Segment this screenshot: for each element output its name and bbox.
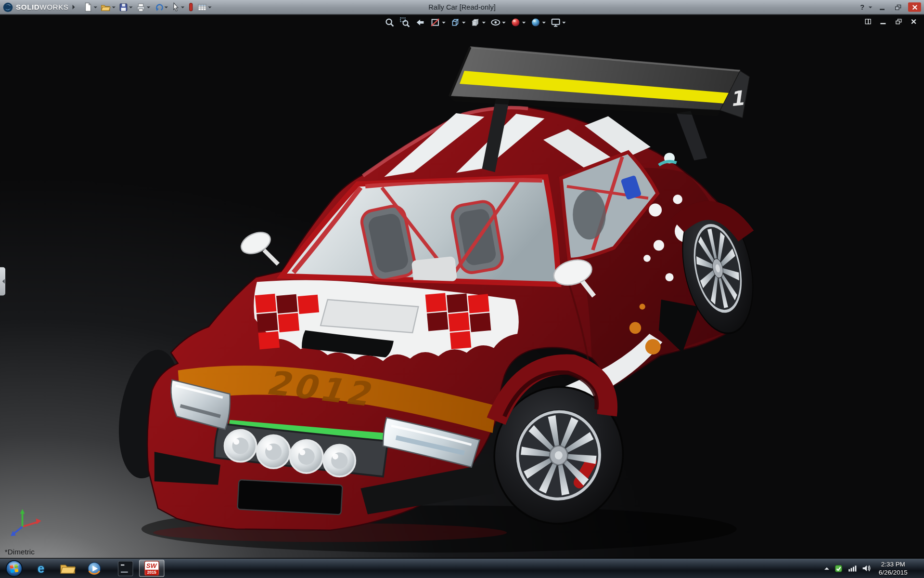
- titlebar: SOLIDWORKS: [0, 0, 924, 15]
- rally-car-model[interactable]: 2012: [0, 15, 924, 559]
- dropdown-caret[interactable]: [129, 6, 133, 10]
- new-document-icon: [84, 2, 92, 12]
- close-document-button[interactable]: [909, 18, 918, 26]
- dropdown-caret[interactable]: [208, 6, 212, 10]
- design-table-button[interactable]: [196, 1, 214, 13]
- section-view-button[interactable]: [429, 16, 447, 28]
- view-orientation-button[interactable]: [449, 16, 467, 28]
- minimize-icon: [880, 9, 885, 10]
- taskbar-windows-explorer[interactable]: [55, 560, 80, 577]
- zoom-to-area-button[interactable]: [398, 16, 411, 28]
- brand-expand-icon[interactable]: [73, 5, 77, 10]
- network-icon[interactable]: [848, 565, 857, 572]
- system-tray: 2:33 PM 6/26/2015: [821, 559, 924, 578]
- undo-button[interactable]: [152, 1, 170, 13]
- close-icon: [912, 4, 917, 10]
- tile-icon: [865, 19, 871, 24]
- reference-triad: [7, 505, 44, 542]
- dropdown-caret[interactable]: [542, 22, 546, 25]
- clock-date: 6/26/2015: [879, 568, 908, 577]
- edit-appearance-button[interactable]: [509, 16, 527, 28]
- save-floppy-icon: [119, 3, 128, 12]
- sw-version-badge: 2015: [145, 570, 158, 575]
- command-prompt-icon: [117, 561, 133, 576]
- restore-button[interactable]: [892, 3, 904, 12]
- taskbar-internet-explorer[interactable]: e: [28, 560, 54, 577]
- open-document-button[interactable]: [99, 1, 117, 13]
- previous-view-icon: [415, 17, 425, 28]
- media-player-icon: [87, 561, 101, 575]
- minimize-button[interactable]: [876, 3, 888, 12]
- sw-glyph: SW: [146, 562, 157, 569]
- internet-explorer-icon: e: [38, 561, 44, 575]
- view-settings-button[interactable]: [549, 16, 567, 28]
- xyz-triad-icon: [7, 505, 44, 539]
- select-button[interactable]: [170, 1, 186, 13]
- close-icon: [911, 19, 916, 24]
- display-style-button[interactable]: [469, 16, 487, 28]
- windows-start-icon: [5, 559, 23, 577]
- select-cursor-icon: [172, 2, 180, 12]
- start-button[interactable]: [0, 559, 28, 578]
- solidworks-resources-button[interactable]: [186, 1, 196, 13]
- dropdown-caret[interactable]: [502, 22, 505, 25]
- taskbar-spacer: [107, 559, 112, 578]
- section-view-icon: [430, 17, 441, 28]
- restore-icon: [896, 19, 901, 24]
- printer-icon: [136, 3, 146, 12]
- license-plate: [237, 480, 342, 514]
- close-button[interactable]: [908, 2, 921, 12]
- apply-scene-button[interactable]: [529, 16, 547, 28]
- left-mirror[interactable]: [238, 228, 278, 264]
- solidworks-3ds-icon: [3, 2, 13, 12]
- previous-view-button[interactable]: [414, 16, 427, 28]
- app-logo: SOLIDWORKS: [0, 2, 82, 12]
- dropdown-caret[interactable]: [522, 22, 526, 25]
- volume-icon[interactable]: [862, 565, 871, 572]
- new-document-button[interactable]: [82, 1, 100, 13]
- solidworks-window: SOLIDWORKS: [0, 0, 924, 578]
- print-button[interactable]: [135, 1, 153, 13]
- feature-manager-collapsed-tab[interactable]: [0, 267, 5, 296]
- help-dropdown-caret[interactable]: [869, 6, 872, 10]
- document-window-controls: [863, 18, 918, 26]
- taskbar-command-prompt[interactable]: [113, 560, 138, 577]
- brand-name: SOLIDWORKS: [16, 3, 69, 11]
- display-style-icon: [470, 17, 481, 28]
- view-orientation-label: *Dimetric: [5, 548, 35, 556]
- taskbar-clock[interactable]: 2:33 PM 6/26/2015: [876, 560, 910, 577]
- dropdown-caret[interactable]: [442, 22, 445, 25]
- eye-icon: [490, 17, 501, 28]
- dropdown-caret[interactable]: [462, 22, 465, 25]
- dropdown-caret[interactable]: [147, 6, 150, 10]
- dropdown-caret[interactable]: [165, 6, 168, 10]
- dropdown-caret[interactable]: [482, 22, 486, 25]
- show-hidden-icons-button[interactable]: [824, 565, 829, 570]
- dropdown-caret[interactable]: [562, 22, 565, 25]
- view-cube-icon: [450, 17, 461, 28]
- zoom-to-fit-icon: [384, 17, 395, 28]
- taskbar-solidworks[interactable]: SW 2015: [139, 560, 165, 577]
- help-button[interactable]: ?: [860, 3, 864, 11]
- minimize-icon: [880, 23, 886, 24]
- appearance-ball-icon: [510, 17, 521, 28]
- tray-status-icon[interactable]: [834, 564, 843, 572]
- dropdown-caret[interactable]: [94, 6, 97, 10]
- save-button[interactable]: [117, 1, 135, 13]
- solidworks-app-icon: SW 2015: [144, 561, 159, 576]
- zoom-to-fit-button[interactable]: [383, 16, 396, 28]
- folder-icon: [60, 562, 75, 575]
- taskbar-media-player[interactable]: [81, 560, 107, 577]
- open-folder-icon: [101, 3, 111, 12]
- minimize-document-button[interactable]: [879, 18, 887, 26]
- heads-up-view-toolbar: [383, 16, 567, 28]
- hide-show-items-button[interactable]: [489, 16, 507, 28]
- restore-document-button[interactable]: [894, 18, 903, 26]
- graphics-area[interactable]: 2012: [0, 15, 924, 559]
- table-icon: [198, 3, 207, 12]
- dropdown-caret[interactable]: [181, 6, 184, 10]
- scene-ball-icon: [530, 17, 541, 28]
- view-settings-icon: [551, 17, 561, 28]
- dropdown-caret[interactable]: [112, 6, 116, 10]
- tile-windows-button[interactable]: [863, 18, 872, 26]
